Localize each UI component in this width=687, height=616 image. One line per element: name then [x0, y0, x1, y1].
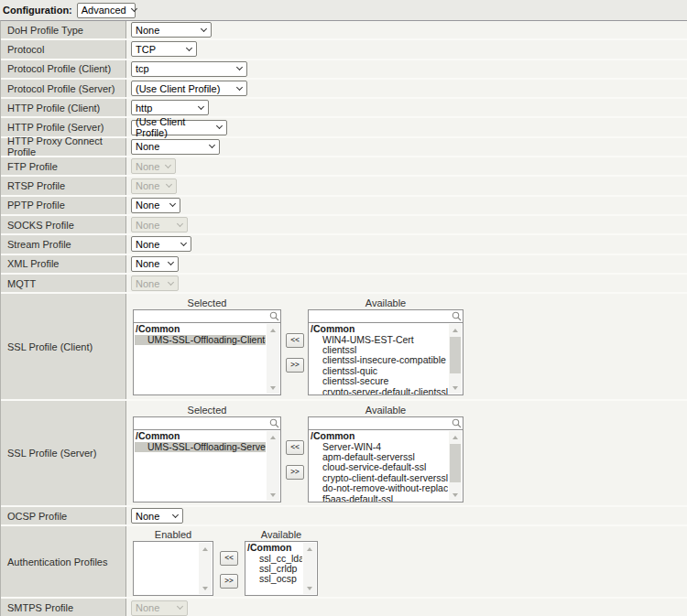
row-http-profile-client: HTTP Profile (Client) http: [1, 99, 687, 118]
list-item[interactable]: ssl_crldp: [246, 564, 302, 574]
chevron-down-icon: [165, 162, 171, 168]
scrollbar[interactable]: [267, 431, 279, 501]
move-to-enabled-button[interactable]: <<: [220, 551, 238, 566]
row-ssl-profile-client: SSL Profile (Client) Selected /Common UM…: [1, 294, 687, 401]
scroll-down-button[interactable]: [449, 489, 462, 501]
row-ocsp-profile: OCSP Profile None: [1, 507, 687, 526]
select-value: Advanced: [82, 5, 126, 16]
move-to-available-button[interactable]: >>: [286, 358, 304, 373]
list-item[interactable]: f5aas-default-ssl: [310, 494, 448, 503]
list-item-selected[interactable]: UMS-SSL-Offloading-Client-Profile: [135, 335, 266, 345]
ssl-server-selected-picker: Selected /Common UMS-SSL-Offloading-Serv…: [133, 405, 281, 503]
list-item[interactable]: clientssl-insecure-compatible: [310, 355, 448, 365]
auth-enabled-listbox[interactable]: [133, 541, 213, 596]
label-http-profile-client: HTTP Profile (Client): [1, 99, 126, 116]
ssl-client-available-filter-input[interactable]: [308, 309, 463, 323]
label-rtsp-profile: RTSP Profile: [1, 177, 126, 194]
ssl-client-selected-picker: Selected /Common UMS-SSL-Offloading-Clie…: [133, 297, 281, 395]
scroll-up-button[interactable]: [199, 543, 212, 555]
chevron-down-icon: [166, 181, 172, 188]
scrollbar[interactable]: [449, 324, 462, 394]
list-item[interactable]: do-not-remove-without-replacement: [310, 483, 448, 493]
list-item[interactable]: crypto-client-default-serverssl: [310, 473, 448, 483]
list-item[interactable]: WIN4-UMS-EST-Cert: [310, 335, 448, 345]
label-authentication-profiles: Authentication Profiles: [1, 526, 126, 597]
auth-available-listbox[interactable]: /Common ssl_cc_ldap ssl_crldp ssl_ocsp: [245, 541, 318, 596]
list-item[interactable]: clientssl-quic: [310, 366, 448, 376]
ssl-client-selected-listbox[interactable]: /Common UMS-SSL-Offloading-Client-Profil…: [133, 322, 281, 395]
list-item[interactable]: ssl_ocsp: [246, 574, 302, 584]
list-item[interactable]: cloud-service-default-ssl: [310, 462, 448, 472]
ssl-server-available-listbox[interactable]: /Common Server-WIN-4 apm-default-servers…: [308, 429, 463, 503]
scroll-up-button[interactable]: [449, 324, 462, 336]
available-header: Available: [245, 529, 318, 541]
scroll-down-button[interactable]: [449, 382, 462, 394]
list-item[interactable]: clientssl: [310, 345, 448, 355]
scrollbar[interactable]: [199, 543, 212, 594]
list-group-label: /Common: [246, 543, 302, 553]
scrollbar[interactable]: [449, 431, 462, 501]
selected-header: Selected: [133, 405, 281, 416]
row-http-proxy-connect-profile: HTTP Proxy Connect Profile None: [1, 138, 687, 157]
move-to-available-button[interactable]: >>: [286, 465, 304, 480]
scroll-down-button[interactable]: [267, 489, 279, 501]
ssl-server-selected-listbox[interactable]: /Common UMS-SSL-Offloading-Server-Profil…: [133, 429, 281, 503]
label-xml-profile: XML Profile: [1, 255, 126, 273]
ssl-server-available-searchbox: [308, 416, 463, 430]
scrollbar[interactable]: [303, 543, 316, 594]
list-item[interactable]: ssl_cc_ldap: [246, 554, 302, 564]
scroll-up-button[interactable]: [267, 324, 279, 336]
chevron-down-icon: [236, 83, 243, 90]
list-item[interactable]: clientssl-secure: [310, 376, 448, 386]
http-proxy-connect-profile-select[interactable]: None: [131, 139, 220, 155]
row-protocol: Protocol TCP: [1, 40, 687, 59]
scroll-up-button[interactable]: [449, 431, 462, 443]
list-item[interactable]: crypto-server-default-clientssl: [310, 387, 448, 396]
scroll-up-button[interactable]: [267, 431, 279, 443]
ssl-client-available-searchbox: [308, 309, 463, 323]
select-value: (Use Client Profile): [136, 83, 220, 94]
select-value: None: [136, 141, 159, 152]
available-header: Available: [308, 297, 463, 309]
list-item[interactable]: Server-WIN-4: [310, 442, 448, 452]
configuration-select[interactable]: Advanced: [77, 3, 136, 18]
chevron-down-icon: [168, 259, 174, 265]
arrow-down-icon: [453, 493, 458, 497]
label-ftp-profile: FTP Profile: [1, 157, 126, 175]
scroll-down-button[interactable]: [199, 582, 212, 594]
protocol-select[interactable]: TCP: [131, 41, 197, 57]
list-group-label: /Common: [135, 431, 266, 441]
list-item-selected[interactable]: UMS-SSL-Offloading-Server-Profile: [135, 442, 266, 452]
search-icon: [452, 418, 462, 428]
http-profile-client-select[interactable]: http: [131, 100, 209, 115]
pptp-profile-select[interactable]: None: [131, 198, 180, 213]
scroll-down-button[interactable]: [267, 382, 279, 394]
ssl-client-selected-filter-input[interactable]: [133, 309, 281, 323]
doh-profile-type-select[interactable]: None: [131, 22, 212, 38]
stream-profile-select[interactable]: None: [131, 236, 191, 252]
move-to-selected-button[interactable]: <<: [286, 440, 304, 455]
ssl-server-available-filter-input[interactable]: [308, 416, 463, 430]
scroll-down-button[interactable]: [303, 582, 316, 594]
select-value: (Use Client Profile): [136, 116, 212, 138]
ssl-server-move-buttons: << >>: [286, 440, 304, 480]
scroll-up-button[interactable]: [303, 543, 316, 555]
scrollbar-thumb[interactable]: [450, 444, 461, 482]
http-profile-server-select[interactable]: (Use Client Profile): [131, 120, 227, 135]
list-item[interactable]: apm-default-serverssl: [310, 452, 448, 462]
list-group-label: /Common: [135, 324, 266, 334]
ocsp-profile-select[interactable]: None: [131, 508, 183, 524]
move-to-selected-button[interactable]: <<: [286, 333, 304, 348]
protocol-profile-client-select[interactable]: tcp: [131, 61, 247, 77]
protocol-profile-server-select[interactable]: (Use Client Profile): [131, 81, 247, 96]
select-value: None: [136, 25, 159, 36]
ssl-client-available-listbox[interactable]: /Common WIN4-UMS-EST-Cert clientssl clie…: [308, 322, 463, 395]
enabled-header: Enabled: [133, 529, 213, 541]
ssl-server-selected-filter-input[interactable]: [133, 416, 281, 430]
xml-profile-select[interactable]: None: [131, 256, 179, 272]
row-rtsp-profile: RTSP Profile None: [1, 177, 687, 196]
move-to-available-button[interactable]: >>: [220, 574, 238, 589]
scrollbar[interactable]: [267, 324, 279, 394]
list-group-label: /Common: [310, 324, 448, 334]
scrollbar-thumb[interactable]: [450, 337, 461, 373]
